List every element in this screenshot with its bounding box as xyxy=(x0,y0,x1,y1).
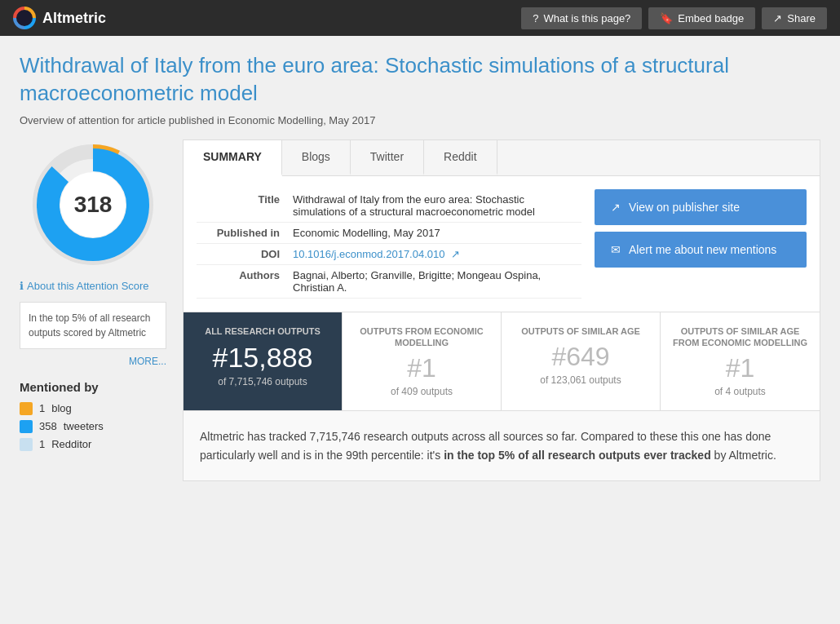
right-content: SUMMARY Blogs Twitter Reddit Title Withd… xyxy=(183,139,820,481)
authors-label: Authors xyxy=(197,264,286,298)
doi-value: 10.1016/j.econmod.2017.04.010 ↗ xyxy=(286,243,581,264)
what-is-this-button[interactable]: ? What is this page? xyxy=(521,7,642,29)
info-icon: ℹ xyxy=(20,280,24,292)
tabs: SUMMARY Blogs Twitter Reddit xyxy=(183,140,820,176)
published-value: Economic Modelling, May 2017 xyxy=(286,222,581,243)
tab-twitter[interactable]: Twitter xyxy=(351,140,424,175)
stat-cell: OUTPUTS OF SIMILAR AGE #649 of 123,061 o… xyxy=(502,312,661,411)
mention-item: 1 Redditor xyxy=(20,438,166,451)
table-row: Authors Bagnai, Alberto; Granville, Brig… xyxy=(197,264,581,298)
donut-chart: 318 xyxy=(28,139,158,270)
stat-header: OUTPUTS FROM ECONOMIC MODELLING xyxy=(352,325,491,349)
mention-label: Redditor xyxy=(51,438,91,450)
page-title: Withdrawal of Italy from the euro area: … xyxy=(20,52,820,108)
table-row: Published in Economic Modelling, May 201… xyxy=(197,222,581,243)
view-publisher-button[interactable]: ↗ View on publisher site xyxy=(595,189,807,225)
stat-number: #15,888 xyxy=(193,343,332,371)
logo-text: Altmetric xyxy=(42,10,106,27)
mention-count: 358 xyxy=(39,420,57,432)
external-icon: ↗ xyxy=(611,201,621,214)
article-details: Title Withdrawal of Italy from the euro … xyxy=(183,176,820,312)
mention-count: 1 xyxy=(39,438,45,450)
page-subtitle: Overview of attention for article publis… xyxy=(20,114,820,126)
summary-text: Altmetric has tracked 7,715,746 research… xyxy=(183,410,820,480)
stats-grid: ALL RESEARCH OUTPUTS #15,888 of 7,715,74… xyxy=(183,312,820,411)
title-area: Withdrawal of Italy from the euro area: … xyxy=(0,36,840,139)
share-icon: ↗ xyxy=(773,12,782,24)
authors-value: Bagnai, Alberto; Granville, Brigitte; Mo… xyxy=(286,264,581,298)
stat-number: #1 xyxy=(670,355,810,381)
question-icon: ? xyxy=(533,12,538,24)
title-label: Title xyxy=(197,189,286,223)
stat-sub: of 7,715,746 outputs xyxy=(193,376,332,387)
about-score-link[interactable]: ℹ About this Attention Score xyxy=(20,280,166,292)
mention-label: tweeters xyxy=(64,420,104,432)
left-sidebar: 318 ℹ About this Attention Score In the … xyxy=(20,139,183,481)
table-row: DOI 10.1016/j.econmod.2017.04.010 ↗ xyxy=(197,243,581,264)
table-row: Title Withdrawal of Italy from the euro … xyxy=(197,189,581,223)
tab-blogs[interactable]: Blogs xyxy=(282,140,351,175)
main-content: 318 ℹ About this Attention Score In the … xyxy=(0,139,840,501)
mention-color-block xyxy=(20,402,33,415)
mentioned-by-title: Mentioned by xyxy=(20,380,166,394)
stat-cell: ALL RESEARCH OUTPUTS #15,888 of 7,715,74… xyxy=(183,312,343,411)
altmetric-logo-icon xyxy=(13,7,36,29)
score-info-box: In the top 5% of all research outputs sc… xyxy=(20,302,166,349)
mention-color-block xyxy=(20,438,33,451)
alert-mentions-button[interactable]: ✉ Alert me about new mentions xyxy=(595,232,807,268)
header: Altmetric ? What is this page? 🔖 Embed b… xyxy=(0,0,840,36)
header-actions: ? What is this page? 🔖 Embed badge ↗ Sha… xyxy=(521,7,827,29)
mention-label: blog xyxy=(51,402,72,414)
doi-link[interactable]: 10.1016/j.econmod.2017.04.010 xyxy=(293,248,445,260)
mention-list: 1 blog 358 tweeters 1 Redditor xyxy=(20,402,166,451)
stat-number: #1 xyxy=(352,355,491,381)
share-button[interactable]: ↗ Share xyxy=(762,7,827,29)
mention-item: 1 blog xyxy=(20,402,166,415)
attention-score: 318 xyxy=(74,192,113,218)
tab-summary[interactable]: SUMMARY xyxy=(183,140,282,176)
external-link-icon[interactable]: ↗ xyxy=(451,248,460,260)
stat-header: ALL RESEARCH OUTPUTS xyxy=(193,325,332,337)
title-value: Withdrawal of Italy from the euro area: … xyxy=(286,189,581,223)
stat-number: #649 xyxy=(511,343,650,370)
tab-reddit[interactable]: Reddit xyxy=(424,140,497,175)
logo: Altmetric xyxy=(13,7,106,29)
stat-header: OUTPUTS OF SIMILAR AGE xyxy=(511,325,650,337)
published-label: Published in xyxy=(197,222,286,243)
bookmark-icon: 🔖 xyxy=(660,12,673,24)
stat-sub: of 123,061 outputs xyxy=(511,374,650,386)
embed-badge-button[interactable]: 🔖 Embed badge xyxy=(648,7,755,29)
doi-label: DOI xyxy=(197,243,286,264)
mail-icon: ✉ xyxy=(611,243,621,256)
stat-cell: OUTPUTS OF SIMILAR AGE FROM ECONOMIC MOD… xyxy=(661,312,820,411)
stat-cell: OUTPUTS FROM ECONOMIC MODELLING #1 of 40… xyxy=(343,312,502,411)
action-buttons: ↗ View on publisher site ✉ Alert me abou… xyxy=(595,189,807,299)
more-link[interactable]: MORE... xyxy=(20,356,166,367)
mention-item: 358 tweeters xyxy=(20,420,166,433)
mention-color-block xyxy=(20,420,33,433)
stat-header: OUTPUTS OF SIMILAR AGE FROM ECONOMIC MOD… xyxy=(670,325,810,349)
article-table: Title Withdrawal of Italy from the euro … xyxy=(197,189,581,299)
stat-sub: of 4 outputs xyxy=(670,386,810,397)
stat-sub: of 409 outputs xyxy=(352,386,491,397)
mention-count: 1 xyxy=(39,402,45,414)
